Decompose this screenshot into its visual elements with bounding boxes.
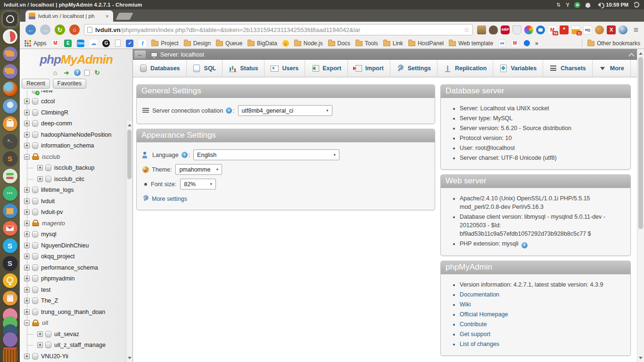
extension-icon[interactable] [489, 25, 498, 34]
tree-expander-icon[interactable] [24, 231, 30, 237]
tree-item-label[interactable]: information_schema [41, 142, 94, 149]
tree-expander-icon[interactable] [24, 110, 30, 115]
tree-item[interactable]: uit [20, 318, 124, 329]
extension-icon[interactable] [536, 25, 545, 34]
extension-icon[interactable]: HQ [583, 25, 592, 34]
tree-expander-icon[interactable] [24, 243, 30, 248]
tree-item[interactable]: deep-comm [20, 118, 124, 130]
bookmark-star-icon[interactable]: ☆ [464, 26, 470, 33]
tree-expander-icon[interactable] [24, 265, 30, 271]
extension-icon[interactable] [512, 25, 521, 34]
scroll-down-icon[interactable] [637, 355, 644, 361]
tree-item-label[interactable]: performance_schema [41, 264, 98, 271]
launcher-app-icon[interactable] [3, 47, 17, 61]
session-power-icon[interactable] [634, 2, 639, 8]
bookmark-item[interactable]: G [102, 40, 110, 47]
nav-collapse-back-button[interactable]: ← [134, 50, 146, 59]
recent-button[interactable]: Recent [22, 79, 50, 89]
tree-item[interactable]: okqq_project [20, 251, 124, 263]
tree-item-label[interactable]: ClimbingR [41, 109, 68, 116]
launcher-app-icon[interactable] [3, 12, 17, 26]
language-select[interactable]: English [193, 149, 339, 160]
tree-expander-icon[interactable] [24, 320, 30, 326]
tree-item[interactable]: uit_sevaz [20, 329, 124, 340]
tree-expander-icon[interactable] [24, 132, 30, 138]
tree-item[interactable]: lifetime_logs [20, 185, 124, 196]
tree-item-label[interactable]: magento [42, 220, 65, 227]
launcher-app-icon[interactable]: >_ [3, 134, 17, 148]
new-tab-button[interactable] [116, 13, 133, 20]
launcher-app-icon[interactable] [3, 204, 17, 218]
launcher-app-icon[interactable] [3, 291, 17, 305]
tree-expander-icon[interactable] [37, 165, 43, 171]
tree-item[interactable]: performance_schema [20, 262, 124, 273]
tree-item[interactable]: lvduit-pv [20, 207, 124, 218]
tree-expander-icon[interactable] [24, 198, 30, 204]
chromium-menu-icon[interactable]: ≡ [632, 26, 640, 34]
extension-icon[interactable]: 11 [571, 25, 580, 34]
bookmark-item[interactable]: M [51, 40, 59, 47]
indicator-multiload-icon[interactable]: Y [566, 2, 569, 8]
tree-item[interactable]: lvduit [20, 196, 124, 207]
extension-icon[interactable] [595, 25, 604, 34]
pma-logo[interactable]: phpMyAdmin [20, 49, 132, 68]
tree-item-label[interactable]: deep-comm [41, 120, 72, 127]
pma-tab[interactable]: Status [223, 60, 264, 77]
browser-tab[interactable]: lvduit.vn / localhost | ph × [25, 10, 113, 22]
tree-item[interactable]: NguyenDinhChieu [20, 240, 124, 251]
launcher-app-icon[interactable] [3, 116, 17, 131]
bookmark-item[interactable]: BigData [248, 40, 277, 47]
info-list-item[interactable]: List of changes [460, 340, 625, 348]
tree-item[interactable]: ClimbingR [20, 107, 124, 118]
pma-tab[interactable]: Export [305, 60, 348, 77]
tree-expander-icon[interactable] [24, 154, 30, 160]
bookmark-item[interactable]: Tools [355, 40, 378, 47]
tree-expander-icon[interactable] [24, 99, 30, 104]
tree-item[interactable]: iscclub_citc [20, 173, 124, 185]
launcher-app-icon[interactable] [3, 332, 17, 347]
bookmark-item[interactable]: Project [151, 40, 178, 47]
pma-tab[interactable]: Users [264, 60, 305, 77]
tree-item[interactable]: trung_uong_thanh_doan [20, 306, 124, 318]
bookmark-item[interactable]: M [511, 40, 519, 47]
extension-icon[interactable] [477, 25, 486, 34]
tree-item[interactable]: iscclub [20, 151, 124, 163]
home-icon[interactable]: ⌂ [51, 69, 59, 76]
favorites-button[interactable]: Favorites [53, 79, 86, 89]
extension-icon[interactable]: * [560, 25, 569, 34]
documentation-icon[interactable] [84, 70, 90, 76]
extension-icon[interactable]: ABP [501, 25, 510, 34]
extension-icon[interactable] [524, 25, 533, 34]
fontsize-select[interactable]: 82% [180, 179, 216, 189]
bookmark-item[interactable]: Docs [328, 40, 350, 47]
pma-tab[interactable]: Charsets [543, 60, 593, 77]
tree-item[interactable]: cdcol [20, 96, 124, 107]
launcher-app-icon[interactable]: S [3, 151, 17, 166]
tree-item[interactable]: uit_z_staff_manage [20, 340, 124, 351]
back-button[interactable]: ← [25, 25, 36, 35]
main-scrollbar[interactable] [637, 49, 644, 362]
tree-item-label[interactable]: cdcol [41, 98, 55, 105]
notifications-bell-icon[interactable] [586, 3, 590, 7]
tree-item-label[interactable]: mysql [41, 231, 57, 238]
logout-icon[interactable]: ➜ [63, 69, 70, 76]
theme-select[interactable]: pmahomme [175, 164, 222, 175]
launcher-app-icon[interactable] [3, 29, 17, 44]
help-icon[interactable]: ? [74, 69, 81, 76]
info-list-item[interactable]: Wiki [460, 300, 625, 309]
tree-item-label[interactable]: lifetime_logs [41, 187, 74, 193]
help-icon[interactable] [226, 107, 232, 114]
tree-expander-icon[interactable] [24, 209, 30, 215]
tree-expander-icon[interactable] [24, 298, 30, 304]
launcher-app-icon[interactable] [3, 221, 17, 236]
tree-item[interactable]: VNU20-Yii [20, 351, 124, 362]
tree-expander-icon[interactable] [24, 221, 30, 226]
scroll-down-icon[interactable] [126, 355, 132, 361]
tree-item[interactable]: phpmyadmin [20, 273, 124, 285]
tree-item[interactable]: test [20, 284, 124, 296]
launcher-app-icon[interactable] [3, 349, 17, 362]
launcher-app-icon[interactable]: S [3, 256, 17, 271]
bookmark-item[interactable] [282, 40, 289, 47]
launcher-app-icon[interactable] [3, 169, 17, 183]
tree-item-label[interactable]: iscclub_citc [54, 176, 84, 182]
